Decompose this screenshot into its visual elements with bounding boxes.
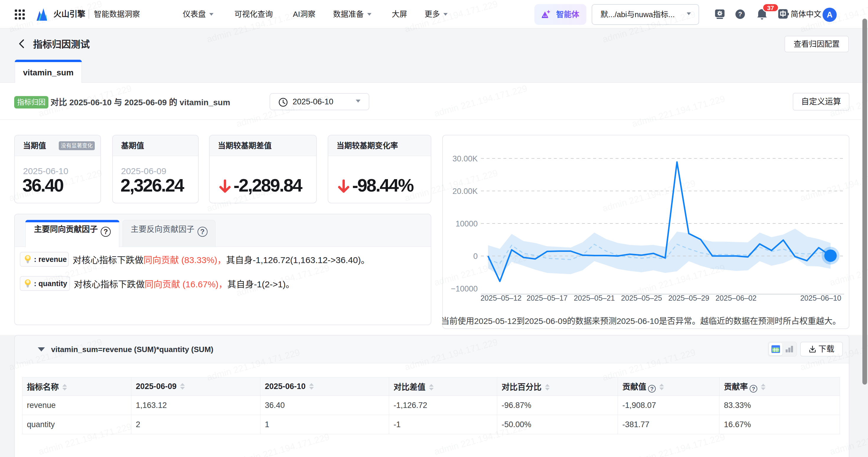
svg-text:20.00K: 20.00K (452, 187, 478, 196)
svg-text:2025–05–29: 2025–05–29 (668, 294, 709, 302)
svg-text:2025–05–17: 2025–05–17 (526, 294, 567, 302)
svg-text:2025–06–10: 2025–06–10 (800, 294, 841, 302)
svg-text:2025–05–21: 2025–05–21 (574, 294, 615, 302)
svg-text:当前使用2025-05-12到2025-06-09的数据来预: 当前使用2025-05-12到2025-06-09的数据来预测2025-06-1… (441, 317, 841, 326)
svg-text:2025–06–02: 2025–06–02 (715, 294, 756, 302)
svg-text:−10000: −10000 (451, 284, 478, 293)
svg-text:?: ? (738, 10, 742, 18)
svg-text:10000: 10000 (456, 219, 478, 228)
svg-text:2025–05–12: 2025–05–12 (480, 294, 521, 302)
svg-text:30.00K: 30.00K (452, 154, 478, 163)
svg-text:2025–05–25: 2025–05–25 (621, 294, 662, 302)
svg-text:0: 0 (473, 252, 478, 261)
